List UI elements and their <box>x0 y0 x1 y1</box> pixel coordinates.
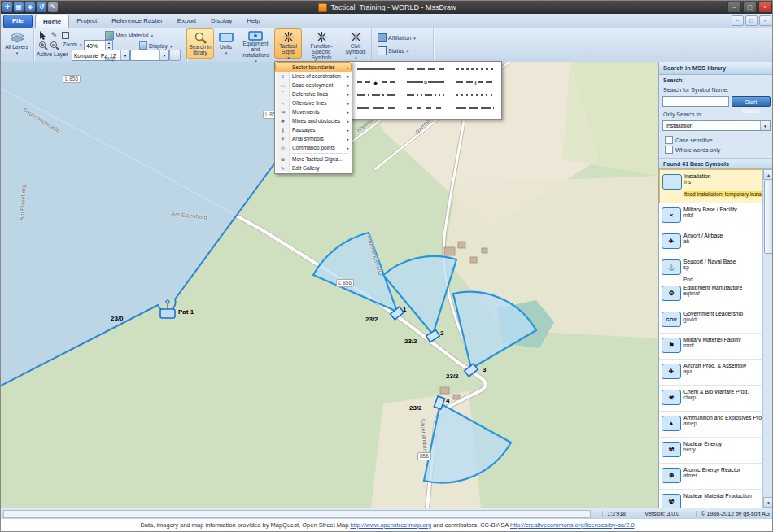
menu-item-lines-of-coordination[interactable]: ≡Lines of coordination▸ <box>276 72 351 81</box>
menu-item-more-tactical-signs[interactable]: ⊞More Tactical Signs... <box>276 155 351 164</box>
zoom-menu[interactable]: Zoom <box>63 41 81 47</box>
line-style-dash-dot[interactable] <box>351 89 400 102</box>
submenu-arrow-icon: ▸ <box>347 110 349 115</box>
menu-item-defensive-lines[interactable]: ⌒Defensive lines▸ <box>276 89 351 98</box>
menu-item-mines-and-obstacles[interactable]: ✱Mines and obstacles▸ <box>276 116 351 125</box>
unit-symbol-2[interactable] <box>426 329 440 342</box>
gov-icon: GOV <box>662 312 681 327</box>
equipment-installations-button[interactable]: Equipment and Installations <box>238 28 273 59</box>
category-select[interactable]: Installation ▾ <box>662 120 771 131</box>
tools-icon[interactable]: ✎ <box>48 2 58 12</box>
result-item-equipment-manufacture[interactable]: ⚙ Equipment Manufacture eqtmnf <box>659 281 763 307</box>
document-minimize-button[interactable]: – <box>732 15 744 26</box>
result-item-military-base[interactable]: × Military Base / Facility mlbf <box>659 203 763 229</box>
status-menu[interactable]: Status <box>378 46 408 55</box>
zoom-in-button[interactable] <box>37 40 49 51</box>
map-icon[interactable]: ▦ <box>14 2 24 12</box>
menu-item-edit-gallery[interactable]: ✎Edit Gallery <box>276 164 351 172</box>
document-restore-button[interactable]: ▢ <box>745 15 758 26</box>
zoom-out-button[interactable] <box>48 40 60 51</box>
all-layers-button[interactable]: All Layers <box>2 28 32 59</box>
units-button[interactable]: Units <box>215 28 237 59</box>
shape-tool-button[interactable] <box>59 29 72 41</box>
whole-words-checkbox[interactable]: Whole words only <box>665 146 720 154</box>
result-item-government-leadership[interactable]: GOV Government Leadership govldr <box>659 307 763 334</box>
line-style-tight-dash[interactable] <box>451 102 500 115</box>
result-item-chem-bio-warfare[interactable]: ☣ Chem & Bio Warfare Prod. cbwp <box>659 386 763 412</box>
menu-item-movements[interactable]: ↝Movements▸ <box>276 107 351 116</box>
window-close-button[interactable]: × <box>758 2 772 13</box>
chevron-down-icon[interactable]: ▾ <box>760 121 770 130</box>
panel-title: Search in MSS library <box>659 62 773 75</box>
window-maximize-button[interactable]: ▢ <box>743 2 757 13</box>
tactical-signs-button[interactable]: Tactical Signs <box>274 28 302 59</box>
result-item-seaport[interactable]: ⚓ Seaport / Naval Base sp Port <box>659 255 763 281</box>
line-style-dashed[interactable] <box>400 63 450 76</box>
menu-item-offensive-lines[interactable]: →Offensive lines▸ <box>276 98 351 107</box>
line-style-solid[interactable] <box>351 63 400 76</box>
line-style-short-dash[interactable] <box>451 63 500 76</box>
symbol-name-input[interactable] <box>662 96 729 107</box>
road-ref-badge: 856 <box>417 452 431 460</box>
arial-symbols-icon: ✈ <box>277 136 288 142</box>
result-item-airport[interactable]: ✈ Airport / Airbase ab <box>659 229 763 255</box>
document-close-button[interactable]: × <box>759 15 771 26</box>
result-item-installation[interactable]: Installation ins fixed installation; tem… <box>659 169 763 203</box>
tab-export[interactable]: Export <box>170 15 203 28</box>
all-layers-label: All Layers <box>5 44 28 50</box>
menu-item-arial-symbols[interactable]: ✈Arial symbols▸ <box>276 134 351 143</box>
select-tool-button[interactable] <box>37 29 49 41</box>
tab-help[interactable]: Help <box>239 15 267 28</box>
draw-tool-button[interactable]: ✎ <box>48 29 60 41</box>
layers-quick-icon[interactable]: ◈ <box>25 2 35 12</box>
line-style-dash-dot-dot[interactable] <box>400 89 450 102</box>
window-minimize-button[interactable]: – <box>727 2 741 13</box>
scroll-up-icon[interactable]: ▲ <box>763 169 773 180</box>
file-button[interactable]: File <box>3 15 33 28</box>
tab-project[interactable]: Project <box>69 15 104 28</box>
menu-item-passages[interactable]: ∥Passages▸ <box>276 125 351 134</box>
tab-reference-raster[interactable]: Reference Raster <box>104 15 170 28</box>
menu-item-base-deployment[interactable]: ▭Base deployment▸ <box>276 81 351 89</box>
line-style-spaced-dash[interactable] <box>400 102 450 115</box>
unit-label: 2 <box>440 329 443 337</box>
menu-item-commando-points[interactable]: ◎Commando points▸ <box>276 143 351 152</box>
movements-icon: ↝ <box>277 109 288 115</box>
result-item-nuclear-material-production[interactable]: ☢ Nuclear Material Production <box>659 490 763 508</box>
result-item-atomic-energy-reactor[interactable]: ⊛ Atomic Energy Reactor atmer <box>659 464 763 490</box>
result-item-military-materiel[interactable]: ⚑ Military Materiel Facility mmf <box>659 334 763 360</box>
map-group-label: Map <box>33 56 186 62</box>
scroll-down-icon[interactable]: ▼ <box>763 497 773 508</box>
search-in-library-button[interactable]: Search in library <box>186 28 214 59</box>
affiliation-menu[interactable]: Affiliation <box>378 33 416 42</box>
line-style-dotted[interactable] <box>451 89 500 102</box>
scrollbar-thumb[interactable] <box>764 181 773 254</box>
sync-icon[interactable]: ↺ <box>37 2 46 12</box>
radiation-icon: ☢ <box>662 494 681 508</box>
menu-item-sector-boundaries[interactable]: —Sector boundaries▸ <box>276 63 351 72</box>
line-style-diamond[interactable]: ◆ <box>351 76 400 89</box>
line-style-double-bar[interactable]: ∥ <box>451 76 500 89</box>
result-item-ammunition-production[interactable]: ▲ Ammunition and Explosives Productio am… <box>659 412 763 438</box>
gear-icon: ⚙ <box>662 286 681 301</box>
line-style-long-dash[interactable] <box>351 102 400 115</box>
line-style-b-boundary[interactable]: B <box>400 76 450 89</box>
unit-label: 23/2 <box>446 373 459 380</box>
layers-icon <box>10 31 24 44</box>
map-material-control[interactable]: Map Material <box>105 31 153 40</box>
results-scrollbar[interactable]: ▲ ▼ <box>762 169 773 508</box>
civil-symbols-button[interactable]: Civil Symbols <box>341 28 370 59</box>
tab-display[interactable]: Display <box>203 15 239 28</box>
zoom-label: Zoom <box>63 41 77 47</box>
case-sensitive-checkbox[interactable]: Case sensitive <box>665 136 713 144</box>
display-menu[interactable]: Display <box>139 41 172 50</box>
cc-license-link[interactable]: http://creativecommons.org/licenses/by-s… <box>510 521 635 529</box>
result-item-aircraft-production[interactable]: ✈ Aircraft Prod. & Assembly apa <box>659 360 763 386</box>
tab-home[interactable]: Home <box>35 15 69 28</box>
nav-icon[interactable]: ✚ <box>2 2 12 12</box>
result-item-nuclear-energy[interactable]: ☢ Nuclear Energy nerry <box>659 438 763 464</box>
osm-link[interactable]: http://www.openstreetmap.org <box>350 521 431 529</box>
map-material-icon <box>105 31 114 40</box>
function-specific-symbols-button[interactable]: Function-Specific Symbols <box>303 28 340 59</box>
start-search-button[interactable]: Start Search <box>732 96 771 107</box>
